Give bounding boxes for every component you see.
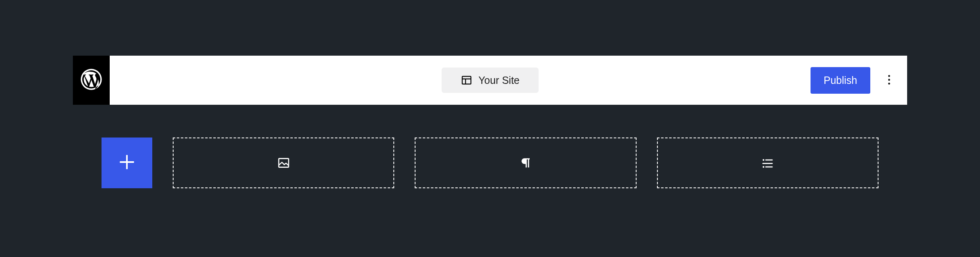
svg-rect-9 xyxy=(279,158,289,167)
svg-rect-1 xyxy=(462,77,471,84)
top-bar-actions: Publish xyxy=(811,67,907,94)
site-title-label: Your Site xyxy=(479,74,520,86)
more-menu-button[interactable] xyxy=(879,70,899,90)
svg-point-6 xyxy=(888,82,890,84)
svg-point-14 xyxy=(763,166,764,168)
paragraph-icon xyxy=(519,156,533,170)
publish-button[interactable]: Publish xyxy=(811,67,870,94)
wordpress-icon xyxy=(80,68,103,92)
block-placeholder-paragraph[interactable] xyxy=(415,138,636,188)
wordpress-logo-button[interactable] xyxy=(73,56,110,105)
kebab-menu-icon xyxy=(883,73,896,88)
svg-point-11 xyxy=(763,159,764,161)
list-icon xyxy=(761,156,775,170)
add-block-button[interactable] xyxy=(102,138,152,188)
svg-point-5 xyxy=(888,79,890,81)
image-icon xyxy=(277,156,291,170)
editor-canvas xyxy=(73,105,907,257)
block-placeholder-image[interactable] xyxy=(173,138,394,188)
block-placeholder-list[interactable] xyxy=(657,138,878,188)
editor-top-bar: Your Site Publish xyxy=(73,56,907,105)
site-title-button[interactable]: Your Site xyxy=(442,68,539,93)
editor-frame: Your Site Publish xyxy=(73,56,907,257)
plus-icon xyxy=(117,153,136,173)
layout-icon xyxy=(461,74,473,86)
svg-point-4 xyxy=(888,75,890,77)
